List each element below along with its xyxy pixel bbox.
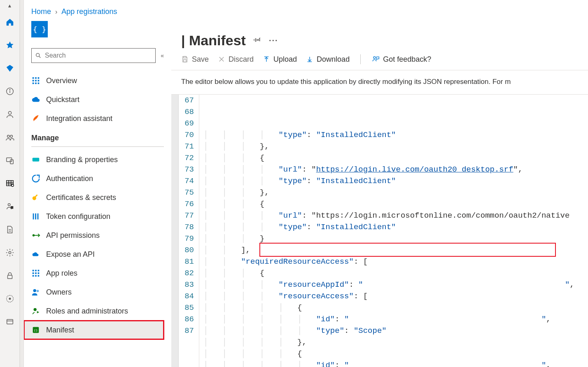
collapse-sidebar-icon[interactable]: « (161, 52, 164, 59)
sidebar-item-label: Branding & properties (46, 156, 118, 164)
sidebar-item-api-permissions[interactable]: API permissions (24, 226, 164, 245)
svg-point-14 (8, 204, 10, 206)
sidebar-item-quickstart[interactable]: Quickstart (24, 90, 164, 109)
scroll-up-icon[interactable]: ▲ (7, 3, 12, 11)
rail-diamond-icon[interactable] (0, 57, 20, 80)
editor-line-numbers: 6768697071727374757677787980818283848586… (179, 95, 199, 367)
save-button[interactable]: Save (181, 55, 209, 64)
code-line[interactable]: │ │ │ │ │ }, (203, 337, 588, 348)
svg-point-13 (11, 184, 13, 187)
code-line[interactable]: │ │ │ │ "type": "InstalledClient" (203, 129, 588, 141)
svg-rect-26 (33, 77, 34, 79)
sidebar-item-label: Integration assistant (46, 114, 112, 123)
more-icon[interactable]: ··· (269, 36, 278, 45)
code-line[interactable]: │ │ │ │ "resourceAccess": [ (203, 290, 588, 302)
svg-point-2 (9, 90, 10, 90)
svg-rect-51 (38, 275, 40, 277)
main-content: | Manifest ··· Save Discard Upload (171, 21, 588, 367)
rail-devices-icon[interactable] (0, 149, 20, 172)
code-line[interactable]: │ │ │ │ "url": "https://login.microsofto… (203, 210, 588, 221)
sidebar-item-owners[interactable]: Owners (24, 283, 164, 302)
page-title: | Manifest (181, 33, 246, 49)
sidebar-item-label: App roles (46, 269, 77, 278)
sidebar-item-expose-an-api[interactable]: Expose an API (24, 245, 164, 264)
code-line[interactable]: │ │ │ │ │ │ "type": "Scope" (203, 325, 588, 337)
svg-rect-38 (33, 214, 34, 220)
sidebar-item-token-configuration[interactable]: Token configuration (24, 207, 164, 226)
pin-icon[interactable] (253, 35, 261, 46)
sidebar-item-label: Owners (46, 288, 72, 297)
sidebar-item-manifest[interactable]: {}Manifest (24, 321, 164, 339)
rail-app-icon[interactable] (0, 310, 20, 333)
code-line[interactable]: │ │ │ }, (203, 141, 588, 152)
svg-rect-49 (33, 275, 34, 277)
rail-group-icon[interactable] (0, 126, 20, 149)
svg-rect-47 (35, 272, 37, 274)
code-line[interactable]: │ │ │ │ "type": "InstalledClient" (203, 221, 588, 233)
rail-info-icon[interactable] (0, 80, 20, 103)
code-line[interactable]: │ │ │ { (203, 267, 588, 279)
breadcrumb-appreg[interactable]: App registrations (61, 7, 117, 16)
rail-table-icon[interactable] (0, 172, 20, 195)
sidebar-search-input[interactable] (45, 52, 152, 59)
code-line[interactable]: │ │ │ │ │ { (203, 302, 588, 314)
sidebar-item-label: API permissions (46, 231, 100, 240)
brand-icon (31, 155, 40, 164)
sidebar-item-label: Expose an API (46, 250, 95, 259)
rail-settings-icon[interactable] (0, 241, 20, 264)
sidebar-item-label: Overview (46, 77, 77, 85)
rail-scrollbar[interactable] (20, 0, 24, 367)
sidebar-item-app-roles[interactable]: App roles (24, 264, 164, 283)
sidebar-item-branding-properties[interactable]: Branding & properties (24, 150, 164, 169)
code-line[interactable]: │ │ "requiredResourceAccess": [ (203, 256, 588, 267)
resource-sidebar: { } « OverviewQuickstartIntegration assi… (24, 21, 171, 367)
code-line[interactable]: │ │ │ { (203, 198, 588, 210)
rail-person-icon[interactable] (0, 103, 20, 126)
rail-lock-icon[interactable] (0, 264, 20, 287)
search-icon (35, 52, 42, 59)
sidebar-item-roles-and-administrators[interactable]: Roles and administrators (24, 302, 164, 321)
svg-point-5 (10, 135, 12, 138)
code-line[interactable]: │ │ │ │ "url": "https://login.live.com/o… (203, 164, 588, 175)
editor-code-area[interactable]: │ │ │ │ "type": "InstalledClient"│ │ │ }… (199, 95, 588, 367)
rail-home-icon[interactable] (0, 11, 20, 34)
divider (31, 146, 164, 147)
rail-health-icon[interactable] (0, 287, 20, 310)
sidebar-item-authentication[interactable]: Authentication (24, 169, 164, 188)
rail-star-icon[interactable] (0, 34, 20, 57)
auth-icon (31, 174, 40, 183)
rail-document-icon[interactable] (0, 218, 20, 241)
code-line[interactable]: │ │ │ │ "resourceAppId": " ", (203, 279, 588, 290)
code-line[interactable]: │ │ │ } (203, 233, 588, 244)
code-line[interactable]: │ │ │ }, (203, 187, 588, 198)
svg-rect-44 (35, 270, 37, 272)
code-line[interactable]: │ │ │ │ │ │ "id": " ", (203, 360, 588, 367)
svg-point-24 (36, 53, 40, 57)
code-line[interactable]: │ │ │ { (203, 152, 588, 164)
svg-rect-58 (184, 60, 186, 62)
svg-rect-35 (33, 158, 40, 161)
svg-rect-31 (38, 80, 40, 81)
breadcrumb-home[interactable]: Home (31, 7, 51, 16)
download-button[interactable]: Download (306, 55, 350, 64)
sidebar-item-overview[interactable]: Overview (24, 71, 164, 90)
rail-enterprise-icon[interactable] (0, 195, 20, 218)
sidebar-item-certificates-secrets[interactable]: Certificates & secrets (24, 188, 164, 207)
editor-description: The editor below allows you to update th… (171, 70, 588, 94)
discard-button[interactable]: Discard (218, 55, 254, 64)
code-line[interactable]: │ │ │ │ │ { (203, 348, 588, 360)
upload-button[interactable]: Upload (263, 55, 297, 64)
rocket-icon (31, 114, 40, 123)
svg-rect-39 (35, 214, 36, 220)
feedback-button[interactable]: Got feedback? (371, 55, 431, 64)
manifest-editor[interactable]: 6768697071727374757677787980818283848586… (171, 94, 588, 367)
sidebar-item-integration-assistant[interactable]: Integration assistant (24, 109, 164, 128)
breadcrumb: Home › App registrations (24, 0, 588, 21)
svg-point-65 (373, 56, 376, 58)
sidebar-item-label: Quickstart (46, 95, 79, 104)
code-line[interactable]: │ │ │ │ │ │ "id": " ", (203, 314, 588, 325)
grid-icon (31, 269, 40, 278)
sidebar-search[interactable] (31, 48, 156, 63)
code-line[interactable]: │ │ │ │ "type": "InstalledClient" (203, 175, 588, 187)
code-line[interactable]: │ │ ], (203, 244, 588, 256)
